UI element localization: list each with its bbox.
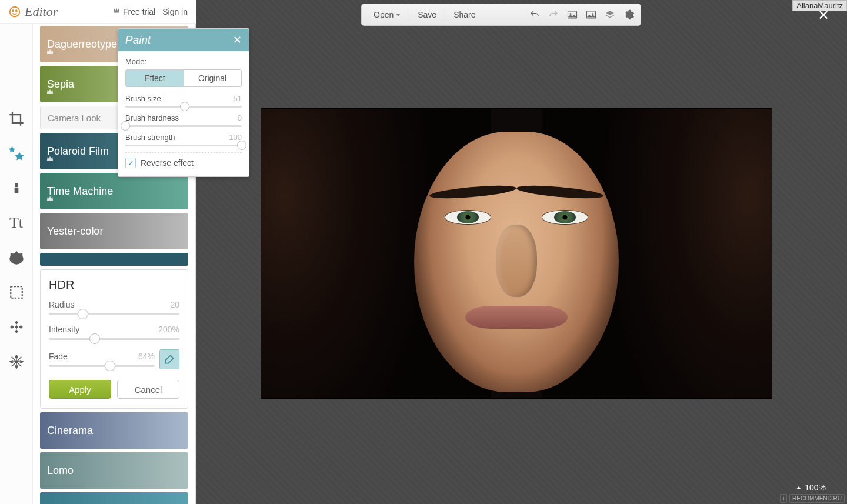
effect-cinerama[interactable]: Cinerama [40,412,188,449]
canvas-area [196,0,847,504]
brush-strength-slider: Brush strength100 [125,133,242,146]
checkbox-icon[interactable]: ✓ [125,158,136,168]
brush-strength-label: Brush strength [125,133,175,142]
hdr-radius-slider: Radius 20 [49,300,179,315]
effect-label: Polaroid Film [47,145,109,158]
slider-track[interactable] [49,365,155,367]
slider-thumb[interactable] [105,361,115,371]
slider-thumb[interactable] [121,121,130,131]
free-trial-label: Free trial [123,7,155,16]
cancel-button[interactable]: Cancel [117,380,179,399]
compare-after-icon[interactable] [585,9,597,21]
reverse-effect-label: Reverse effect [141,158,194,168]
paint-mode-segment: Effect Original [125,69,242,87]
hdr-intensity-value: 200% [158,325,179,334]
texture-icon[interactable] [6,317,26,337]
effect-label: Yester-color [47,225,103,238]
svg-point-2 [15,9,18,12]
slider-track[interactable] [125,125,242,127]
divider [409,8,409,21]
zoom-value: 100% [805,483,826,492]
svg-rect-3 [15,183,18,188]
divider [445,8,445,21]
divider [125,152,242,153]
effect-lomo[interactable]: Lomo [40,452,188,489]
redo-icon [548,9,559,21]
apply-button[interactable]: Apply [49,380,111,399]
effect-time-machine[interactable]: Time Machine [40,173,188,209]
hdr-radius-value: 20 [170,300,179,309]
undo-icon[interactable] [529,9,541,21]
crown-icon [46,46,54,59]
save-button[interactable]: Save [412,4,442,25]
paint-popup-header: Paint ✕ [118,29,249,51]
paint-toggle-button[interactable] [159,349,179,369]
share-button[interactable]: Share [448,4,481,25]
brush-size-value: 51 [234,94,242,103]
app-name: Editor [25,4,58,19]
attribution-text: RECOMMEND.RU [789,494,845,503]
svg-rect-5 [11,286,22,298]
open-label: Open [374,10,394,19]
mode-original-button[interactable]: Original [184,70,241,86]
slider-thumb[interactable] [180,102,189,111]
zoom-indicator[interactable]: 100% [796,483,826,492]
close-icon[interactable]: ✕ [818,7,829,24]
crop-icon[interactable] [6,109,26,129]
effect-label: Camera Look [48,113,101,123]
mode-effect-button[interactable]: Effect [125,69,184,87]
svg-rect-4 [14,188,18,193]
slider-thumb[interactable] [89,333,100,344]
svg-point-1 [12,9,14,12]
top-toolbar: Open Save Share [361,4,641,26]
overlay-icon[interactable] [6,248,26,268]
slider-track[interactable] [49,338,179,340]
hdr-intensity-label: Intensity [49,325,79,334]
frame-icon[interactable] [6,282,26,302]
paint-mode-label: Mode: [125,57,242,66]
slider-track[interactable] [125,106,242,108]
hdr-radius-label: Radius [49,300,75,309]
svg-point-0 [10,6,20,16]
chevron-up-icon [796,486,801,489]
slider-track[interactable] [49,313,179,315]
effect-label: Daguerreotype [47,38,117,51]
settings-icon[interactable] [623,9,635,21]
paint-popup: Paint ✕ Mode: Effect Original Brush size… [118,28,249,177]
layers-icon[interactable] [604,9,616,21]
crown-icon [46,153,54,166]
open-button[interactable]: Open [368,4,406,25]
crown-icon [46,193,54,206]
chevron-down-icon [396,14,401,16]
brush-size-slider: Brush size51 [125,94,242,108]
attribution: i RECOMMEND.RU [780,494,845,503]
effect-label: Cinerama [47,425,93,437]
sign-in-button[interactable]: Sign in [162,7,188,16]
effect-yester-color[interactable]: Yester-color [40,213,188,249]
crown-icon [112,6,121,16]
slider-track[interactable] [125,145,242,146]
themes-icon[interactable] [6,352,26,372]
effect-label: Lomo [47,465,74,477]
effects-icon[interactable] [6,143,26,163]
reverse-effect-checkbox[interactable]: ✓ Reverse effect [125,158,242,168]
info-icon: i [780,494,787,503]
effect-tile[interactable] [40,492,188,504]
touchup-icon[interactable] [6,178,26,198]
free-trial-button[interactable]: Free trial [112,6,155,16]
hdr-title: HDR [49,278,179,292]
close-icon[interactable]: ✕ [233,34,242,46]
slider-thumb[interactable] [237,141,246,150]
monkey-icon [8,5,21,18]
app-header: Editor Free trial Sign in [0,0,196,24]
compare-before-icon[interactable] [566,9,578,21]
text-icon[interactable]: Tt [6,213,26,233]
effect-hdr-thumb[interactable] [40,253,188,266]
left-toolbar: Tt [0,24,33,504]
photo-canvas[interactable] [261,108,772,399]
hdr-fade-value: 64% [138,352,155,361]
hdr-fade-label: Fade [49,352,68,361]
brush-hardness-label: Brush hardness [125,114,179,122]
hdr-fade-row: Fade 64% [49,349,179,369]
slider-thumb[interactable] [78,309,88,319]
